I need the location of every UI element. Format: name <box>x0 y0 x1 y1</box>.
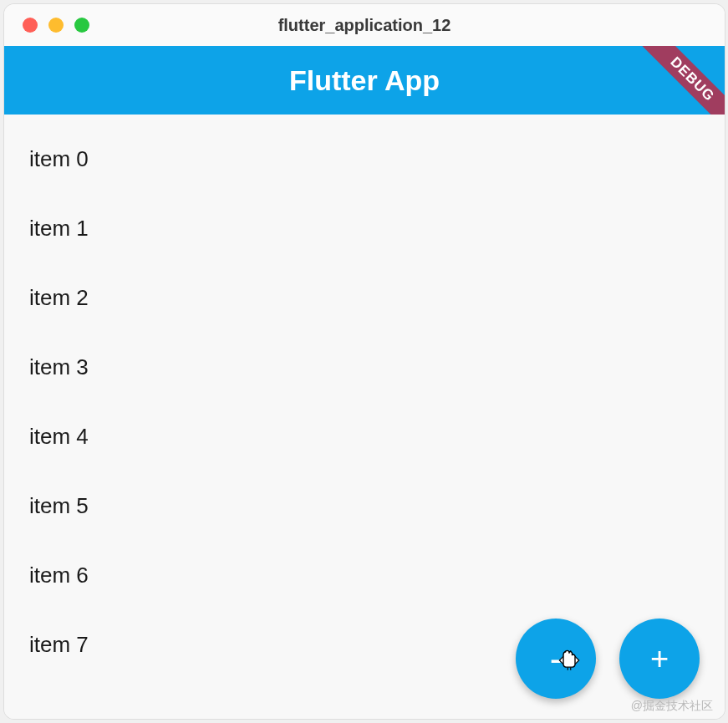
appbar-title: Flutter App <box>289 64 440 97</box>
decrement-button[interactable]: - <box>516 619 596 699</box>
debug-banner: DEBUG <box>629 46 725 115</box>
watermark: @掘金技术社区 <box>631 699 713 714</box>
maximize-button[interactable] <box>74 18 89 33</box>
minimize-button[interactable] <box>48 18 64 33</box>
window-title: flutter_application_12 <box>278 16 451 35</box>
close-button[interactable] <box>23 18 38 33</box>
minus-icon: - <box>550 640 563 677</box>
traffic-lights <box>4 18 89 33</box>
increment-button[interactable]: + <box>619 619 700 699</box>
appbar: Flutter App DEBUG <box>4 46 725 115</box>
list-item[interactable]: item 5 <box>4 471 725 541</box>
plus-icon: + <box>650 641 669 677</box>
list-item[interactable]: item 1 <box>4 194 725 263</box>
fab-container: - + <box>516 619 700 699</box>
list-item[interactable]: item 3 <box>4 333 725 402</box>
list-item[interactable]: item 4 <box>4 402 725 471</box>
list-item[interactable]: item 0 <box>4 125 725 194</box>
list-item[interactable]: item 6 <box>4 541 725 610</box>
app-window: flutter_application_12 Flutter App DEBUG… <box>4 4 725 719</box>
titlebar: flutter_application_12 <box>4 4 725 46</box>
list-item[interactable]: item 2 <box>4 263 725 333</box>
